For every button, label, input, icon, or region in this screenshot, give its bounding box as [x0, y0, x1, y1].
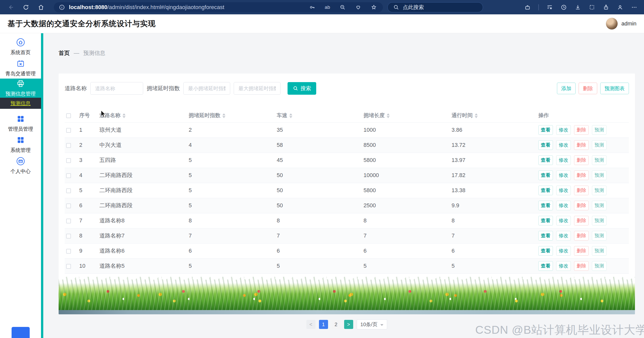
page-info-icon[interactable] — [59, 4, 65, 10]
predict-button[interactable]: 预测 — [592, 246, 607, 256]
row-delete-button[interactable]: 删除 — [574, 155, 589, 165]
edit-button[interactable]: 修改 — [556, 125, 571, 135]
predict-button[interactable]: 预测 — [592, 201, 607, 210]
row-checkbox[interactable] — [66, 128, 71, 133]
predict-button[interactable]: 预测 — [592, 216, 607, 225]
predict-button[interactable]: 预测 — [592, 155, 607, 165]
sidebar-item-system-home[interactable]: 系统首页 — [0, 36, 41, 57]
road-name-input[interactable] — [90, 82, 143, 95]
sidebar-item-personal-center[interactable]: 个人中心 — [0, 155, 41, 176]
favorites-icon[interactable] — [546, 4, 553, 11]
view-button[interactable]: 查看 — [538, 216, 553, 225]
edit-button[interactable]: 修改 — [556, 171, 571, 180]
share-icon[interactable] — [603, 4, 609, 11]
col-header-road[interactable]: 道路名称 — [98, 108, 187, 122]
row-checkbox[interactable] — [66, 188, 71, 193]
refresh-icon[interactable] — [22, 3, 30, 12]
page-size-select[interactable]: 10条/页 — [357, 319, 387, 329]
view-button[interactable]: 查看 — [538, 171, 553, 180]
predict-button[interactable]: 预测 — [592, 125, 607, 135]
delete-selected-button[interactable]: 删除 — [579, 83, 597, 94]
view-button[interactable]: 查看 — [538, 246, 553, 256]
predict-button[interactable]: 预测 — [592, 231, 607, 241]
row-checkbox[interactable] — [66, 158, 71, 163]
row-delete-button[interactable]: 删除 — [574, 261, 589, 271]
edit-button[interactable]: 修改 — [556, 155, 571, 165]
edit-button[interactable]: 修改 — [556, 216, 571, 225]
edit-button[interactable]: 修改 — [556, 261, 571, 271]
sort-icon[interactable] — [222, 113, 225, 118]
sort-icon[interactable] — [387, 113, 390, 118]
sidebar-item-forecast-management[interactable]: 预测信息管理 — [0, 79, 41, 98]
row-checkbox[interactable] — [66, 204, 71, 208]
browser-essentials-icon[interactable] — [355, 4, 361, 10]
edit-button[interactable]: 修改 — [556, 140, 571, 150]
back-icon[interactable] — [7, 3, 15, 12]
view-button[interactable]: 查看 — [538, 125, 553, 135]
prev-page-button[interactable]: < — [306, 320, 315, 329]
sidebar-item-traffic-management[interactable]: 青岛交通管理 — [0, 57, 41, 79]
predict-button[interactable]: 预测 — [592, 140, 607, 150]
downloads-icon[interactable] — [575, 4, 581, 11]
web-capture-icon[interactable] — [589, 4, 595, 11]
view-button[interactable]: 查看 — [538, 231, 553, 241]
view-button[interactable]: 查看 — [538, 186, 553, 195]
sidebar-bottom-badge[interactable] — [12, 327, 30, 338]
min-congestion-input[interactable] — [183, 82, 230, 95]
max-congestion-input[interactable] — [234, 82, 280, 95]
history-icon[interactable] — [560, 4, 567, 11]
row-delete-button[interactable]: 删除 — [574, 186, 589, 195]
read-aloud-icon[interactable]: ab — [325, 5, 330, 10]
row-delete-button[interactable]: 删除 — [574, 140, 589, 150]
sidebar-subitem-forecast-info[interactable]: 预测信息 — [0, 98, 41, 109]
add-button[interactable]: 添加 — [557, 83, 576, 94]
address-bar[interactable]: localhost:8080/admin/dist/index.html#/qi… — [54, 2, 383, 12]
sidebar-item-admin-management[interactable]: 管理员管理 — [0, 113, 41, 134]
row-checkbox[interactable] — [66, 219, 71, 223]
row-delete-button[interactable]: 删除 — [574, 231, 589, 241]
sort-icon[interactable] — [475, 113, 478, 118]
avatar[interactable] — [606, 18, 618, 30]
more-menu-icon[interactable] — [631, 4, 637, 11]
row-delete-button[interactable]: 删除 — [574, 125, 589, 135]
edit-button[interactable]: 修改 — [556, 231, 571, 241]
view-button[interactable]: 查看 — [538, 155, 553, 165]
sidebar-item-system-management[interactable]: 系统管理 — [0, 134, 41, 155]
sort-icon[interactable] — [289, 113, 292, 118]
col-header-speed[interactable]: 车速 — [275, 108, 362, 122]
search-button[interactable]: 搜索 — [288, 82, 316, 95]
row-delete-button[interactable]: 删除 — [574, 171, 589, 180]
col-header-congestion[interactable]: 拥堵延时指数 — [187, 108, 275, 122]
row-checkbox[interactable] — [66, 143, 71, 148]
page-button-1[interactable]: 1 — [319, 320, 328, 329]
zoom-icon[interactable] — [340, 4, 346, 10]
predict-button[interactable]: 预测 — [592, 186, 607, 195]
predict-button[interactable]: 预测 — [592, 171, 607, 180]
favorite-star-icon[interactable] — [371, 4, 377, 10]
home-icon[interactable] — [37, 3, 45, 12]
row-delete-button[interactable]: 删除 — [574, 201, 589, 210]
select-all-checkbox[interactable] — [66, 113, 71, 118]
col-header-length[interactable]: 拥堵长度 — [362, 108, 450, 122]
next-page-button[interactable]: > — [344, 320, 353, 329]
row-checkbox[interactable] — [66, 234, 71, 239]
view-button[interactable]: 查看 — [538, 261, 553, 271]
page-button-2[interactable]: 2 — [332, 320, 341, 329]
edit-button[interactable]: 修改 — [556, 246, 571, 256]
row-checkbox[interactable] — [66, 264, 71, 269]
view-button[interactable]: 查看 — [538, 201, 553, 210]
extensions-icon[interactable] — [524, 4, 531, 11]
row-checkbox[interactable] — [66, 249, 71, 254]
row-checkbox[interactable] — [66, 173, 71, 178]
sort-icon[interactable] — [123, 113, 126, 118]
predict-button[interactable]: 预测 — [592, 261, 607, 271]
edit-button[interactable]: 修改 — [556, 186, 571, 195]
forecast-chart-button[interactable]: 预测图表 — [600, 83, 629, 94]
view-button[interactable]: 查看 — [538, 140, 553, 150]
col-header-time[interactable]: 通行时间 — [450, 108, 537, 122]
breadcrumb-home[interactable]: 首页 — [59, 49, 70, 57]
row-delete-button[interactable]: 删除 — [574, 246, 589, 256]
browser-search-box[interactable]: 点此搜索 — [387, 2, 483, 12]
profile-icon[interactable] — [617, 4, 623, 11]
row-delete-button[interactable]: 删除 — [574, 216, 589, 225]
